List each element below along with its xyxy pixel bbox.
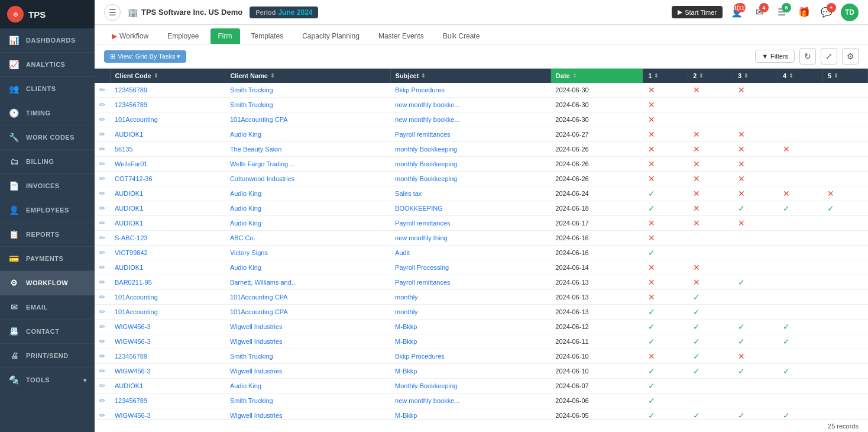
- client-code-link[interactable]: 101Accounting: [115, 308, 158, 315]
- client-code-link[interactable]: COT7412-36: [115, 175, 153, 182]
- client-name-link[interactable]: Wells Fargo Trading ...: [230, 160, 295, 167]
- client-code-link[interactable]: BAR0211-95: [115, 279, 152, 286]
- start-timer-button[interactable]: ▶ Start Timer: [672, 6, 723, 18]
- edit-icon[interactable]: ✏: [99, 204, 105, 212]
- sidebar-item-print-send[interactable]: 🖨 PRINT/SEND: [0, 344, 95, 368]
- client-code-link[interactable]: S-ABC-123: [115, 234, 148, 241]
- client-name-link[interactable]: Wigwell Industries: [230, 323, 283, 330]
- client-name-link[interactable]: Smith Trucking: [230, 353, 273, 360]
- col-4[interactable]: 4 ⇕: [778, 69, 823, 83]
- client-code-link[interactable]: 101Accounting: [115, 116, 158, 123]
- sidebar-item-tools[interactable]: 🔩 TOOLS ▾: [0, 368, 95, 392]
- sidebar-item-reports[interactable]: 📋 REPORTS: [0, 223, 95, 247]
- sidebar-item-invoices[interactable]: 📄 INVOICES: [0, 174, 95, 198]
- users-notification[interactable]: 👤 1(11): [728, 4, 745, 21]
- edit-icon[interactable]: ✏: [99, 86, 105, 94]
- client-name-link[interactable]: Audio King: [230, 382, 261, 389]
- subject-link[interactable]: M-Bkkp: [395, 367, 417, 375]
- subject-link[interactable]: new monthly bookke...: [395, 101, 459, 108]
- client-code-link[interactable]: WIGW456-3: [115, 323, 151, 330]
- filters-button[interactable]: ▼ Filters: [755, 50, 795, 63]
- col-client-name[interactable]: Client Name ⇕: [225, 69, 390, 83]
- col-client-code[interactable]: Client Code ⇕: [110, 69, 225, 83]
- subject-link[interactable]: Payroll remittances: [395, 131, 451, 138]
- edit-icon[interactable]: ✏: [99, 382, 105, 390]
- client-name-link[interactable]: The Beauty Salon: [230, 146, 281, 153]
- client-name-link[interactable]: Audio King: [230, 264, 261, 271]
- subject-link[interactable]: M-Bkkp: [395, 338, 417, 345]
- client-name-link[interactable]: Wigwell Industries: [230, 338, 283, 345]
- client-name-link[interactable]: Audio King: [230, 205, 261, 212]
- client-code-link[interactable]: 123456789: [115, 86, 147, 94]
- expand-button[interactable]: ⤢: [821, 48, 837, 65]
- subject-link[interactable]: M-Bkkp: [395, 323, 417, 330]
- tab-bulk-create[interactable]: Bulk Create: [435, 28, 488, 44]
- subject-link[interactable]: monthly: [395, 308, 418, 315]
- client-code-link[interactable]: AUDIOK1: [115, 131, 143, 138]
- client-code-link[interactable]: AUDIOK1: [115, 220, 143, 227]
- edit-icon[interactable]: ✏: [99, 189, 105, 198]
- client-name-link[interactable]: 101Accounting CPA: [230, 308, 288, 315]
- edit-icon[interactable]: ✏: [99, 293, 105, 301]
- subject-link[interactable]: monthly Bookkeeping: [395, 160, 457, 167]
- menu-button[interactable]: ☰: [104, 4, 121, 21]
- subject-link[interactable]: Payroll remittances: [395, 279, 451, 286]
- edit-icon[interactable]: ✏: [99, 367, 105, 375]
- subject-link[interactable]: Payroll Processing: [395, 264, 449, 271]
- edit-icon[interactable]: ✏: [99, 323, 105, 331]
- tab-capacity-planning[interactable]: Capacity Planning: [294, 28, 367, 44]
- client-code-link[interactable]: WIGW456-3: [115, 338, 151, 345]
- sidebar-item-payments[interactable]: 💳 PAYMENTS: [0, 247, 95, 271]
- sidebar-item-analytics[interactable]: 📈 ANALYTICS: [0, 53, 95, 77]
- edit-icon[interactable]: ✏: [99, 130, 105, 138]
- client-name-link[interactable]: 101Accounting CPA: [230, 294, 288, 301]
- gift-notification[interactable]: 🎁: [796, 4, 812, 21]
- client-code-link[interactable]: 56135: [115, 146, 133, 153]
- refresh-button[interactable]: ↻: [799, 48, 816, 65]
- client-name-link[interactable]: 101Accounting CPA: [230, 116, 288, 123]
- subject-link[interactable]: new monthly thing: [395, 234, 448, 241]
- settings-button[interactable]: ⚙: [842, 48, 859, 65]
- edit-icon[interactable]: ✏: [99, 278, 105, 286]
- edit-icon[interactable]: ✏: [99, 219, 105, 227]
- client-code-link[interactable]: 123456789: [115, 353, 147, 360]
- client-name-link[interactable]: Smith Trucking: [230, 397, 273, 404]
- edit-icon[interactable]: ✏: [99, 249, 105, 257]
- col-1[interactable]: 1 ⇕: [643, 69, 688, 83]
- client-name-link[interactable]: Barnett, Williams and...: [230, 279, 297, 286]
- sidebar-item-workflow[interactable]: ⚙ WORKFLOW: [0, 271, 95, 295]
- edit-icon[interactable]: ✏: [99, 175, 105, 183]
- chat-notification[interactable]: 💬 ●: [818, 4, 835, 21]
- sidebar-item-contact[interactable]: 📇 CONTACT: [0, 320, 95, 344]
- client-code-link[interactable]: 123456789: [115, 397, 147, 404]
- tab-workflow[interactable]: ▶ Workflow: [104, 28, 156, 44]
- client-name-link[interactable]: Cottonwood Industries: [230, 175, 294, 182]
- edit-icon[interactable]: ✏: [99, 160, 105, 168]
- sidebar-item-billing[interactable]: 🗂 BILLING: [0, 150, 95, 174]
- subject-link[interactable]: Bkkp Procedures: [395, 86, 445, 94]
- subject-link[interactable]: new monthly bookke...: [395, 116, 459, 123]
- sidebar-item-timing[interactable]: 🕐 TIMING: [0, 101, 95, 125]
- col-date[interactable]: Date ⇕: [550, 69, 643, 83]
- sidebar-item-clients[interactable]: 👥 CLIENTS: [0, 77, 95, 101]
- client-code-link[interactable]: VICT99842: [115, 249, 148, 256]
- subject-link[interactable]: M-Bkkp: [395, 412, 417, 419]
- edit-icon[interactable]: ✏: [99, 115, 105, 124]
- tab-employee[interactable]: Employee: [160, 28, 206, 44]
- client-name-link[interactable]: Wigwell Industries: [230, 367, 283, 375]
- subject-link[interactable]: BOOKKEEPING: [395, 205, 443, 212]
- tab-master-events[interactable]: Master Events: [371, 28, 432, 44]
- sidebar-item-work-codes[interactable]: 🔧 WORK CODES: [0, 125, 95, 150]
- client-code-link[interactable]: AUDIOK1: [115, 205, 143, 212]
- edit-icon[interactable]: ✏: [99, 352, 105, 360]
- sidebar-item-dashboards[interactable]: 📊 DASHBOARDS: [0, 28, 95, 53]
- edit-icon[interactable]: ✏: [99, 101, 105, 109]
- client-name-link[interactable]: Audio King: [230, 220, 261, 227]
- subject-link[interactable]: new monthly bookke...: [395, 397, 459, 404]
- period-badge[interactable]: Period June 2024: [250, 7, 318, 18]
- view-grid-button[interactable]: ⊞ View: Grid By Tasks ▾: [104, 50, 186, 63]
- sidebar-logo[interactable]: ⊙ TPS: [0, 0, 95, 28]
- client-name-link[interactable]: Victory Signs: [230, 249, 268, 256]
- client-code-link[interactable]: AUDIOK1: [115, 264, 143, 271]
- edit-icon[interactable]: ✏: [99, 263, 105, 272]
